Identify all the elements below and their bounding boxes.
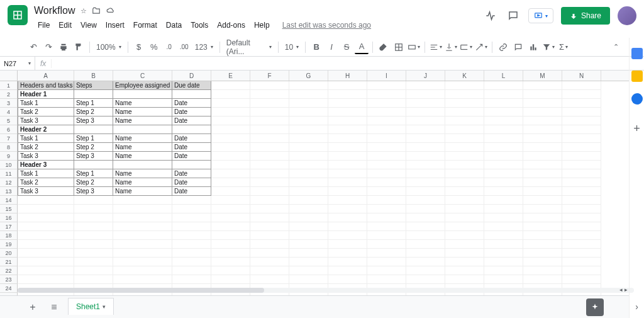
cell-B7[interactable]: Step 1: [74, 134, 113, 143]
cell-N20[interactable]: [562, 249, 601, 258]
cell-F9[interactable]: [250, 152, 289, 161]
cell-K18[interactable]: [445, 231, 484, 240]
cell-D16[interactable]: [172, 213, 211, 222]
cell-L19[interactable]: [484, 240, 523, 249]
cell-E3[interactable]: [211, 99, 250, 108]
sheets-logo[interactable]: [8, 5, 28, 25]
cell-I16[interactable]: [367, 213, 406, 222]
strike-button[interactable]: S: [340, 40, 353, 54]
row-headers[interactable]: 1234567891011121314151617181920212223242…: [0, 81, 18, 295]
cell-I18[interactable]: [367, 231, 406, 240]
cell-D6[interactable]: [172, 125, 211, 134]
cell-E21[interactable]: [211, 258, 250, 266]
cell-J17[interactable]: [406, 222, 445, 231]
cell-C10[interactable]: [113, 161, 172, 169]
cell-C15[interactable]: [113, 205, 172, 213]
cell-M18[interactable]: [523, 231, 562, 240]
print-icon[interactable]: [57, 40, 70, 54]
cell-B20[interactable]: [74, 249, 113, 258]
cell-D20[interactable]: [172, 249, 211, 258]
cell-H1[interactable]: [328, 81, 367, 90]
cell-D17[interactable]: [172, 222, 211, 231]
cell-C6[interactable]: [113, 125, 172, 134]
cell-E4[interactable]: [211, 108, 250, 116]
cell-C11[interactable]: Name: [113, 169, 172, 178]
cell-N9[interactable]: [562, 152, 601, 161]
horizontal-scrollbar[interactable]: [18, 288, 634, 293]
cell-I10[interactable]: [367, 161, 406, 169]
menu-edit[interactable]: Edit: [55, 19, 75, 31]
font-dropdown[interactable]: Default (Ari...: [224, 38, 274, 56]
cell-C1[interactable]: Employee assigned: [113, 81, 172, 90]
cell-N2[interactable]: [562, 90, 601, 99]
cell-A12[interactable]: Task 2: [18, 178, 74, 187]
cell-H16[interactable]: [328, 213, 367, 222]
cell-N8[interactable]: [562, 143, 601, 152]
cell-L3[interactable]: [484, 99, 523, 108]
cell-E6[interactable]: [211, 125, 250, 134]
row-header-12[interactable]: 12: [0, 178, 18, 187]
cell-H8[interactable]: [328, 143, 367, 152]
formula-input[interactable]: [52, 57, 644, 70]
cloud-icon[interactable]: [106, 6, 116, 15]
col-header-I[interactable]: I: [367, 71, 406, 81]
cell-H13[interactable]: [328, 187, 367, 196]
currency-button[interactable]: $: [132, 40, 146, 54]
cell-G22[interactable]: [289, 266, 328, 275]
spreadsheet-grid[interactable]: ABCDEFGHIJKLMN 1234567891011121314151617…: [0, 71, 629, 295]
cell-G11[interactable]: [289, 169, 328, 178]
cell-N15[interactable]: [562, 205, 601, 213]
cell-H15[interactable]: [328, 205, 367, 213]
cell-I23[interactable]: [367, 275, 406, 284]
cell-G3[interactable]: [289, 99, 328, 108]
cell-F15[interactable]: [250, 205, 289, 213]
cell-J19[interactable]: [406, 240, 445, 249]
cell-I15[interactable]: [367, 205, 406, 213]
cell-H22[interactable]: [328, 266, 367, 275]
cell-M19[interactable]: [523, 240, 562, 249]
cell-H10[interactable]: [328, 161, 367, 169]
row-header-24[interactable]: 24: [0, 284, 18, 293]
cell-J14[interactable]: [406, 196, 445, 205]
cell-J9[interactable]: [406, 152, 445, 161]
cell-K20[interactable]: [445, 249, 484, 258]
cell-C7[interactable]: Name: [113, 134, 172, 143]
row-header-8[interactable]: 8: [0, 143, 18, 152]
cell-C5[interactable]: Name: [113, 116, 172, 125]
cell-J8[interactable]: [406, 143, 445, 152]
col-header-K[interactable]: K: [445, 71, 484, 81]
cell-L13[interactable]: [484, 187, 523, 196]
cell-L18[interactable]: [484, 231, 523, 240]
cell-H2[interactable]: [328, 90, 367, 99]
cell-I20[interactable]: [367, 249, 406, 258]
cell-I6[interactable]: [367, 125, 406, 134]
text-color-button[interactable]: A: [355, 40, 369, 54]
cell-L12[interactable]: [484, 178, 523, 187]
cell-K16[interactable]: [445, 213, 484, 222]
cell-L5[interactable]: [484, 116, 523, 125]
cell-F20[interactable]: [250, 249, 289, 258]
cell-M13[interactable]: [523, 187, 562, 196]
cell-F19[interactable]: [250, 240, 289, 249]
menu-insert[interactable]: Insert: [102, 19, 128, 31]
cell-F11[interactable]: [250, 169, 289, 178]
cell-B2[interactable]: [74, 90, 113, 99]
cell-J13[interactable]: [406, 187, 445, 196]
cell-J12[interactable]: [406, 178, 445, 187]
cell-A19[interactable]: [18, 240, 74, 249]
cell-L7[interactable]: [484, 134, 523, 143]
italic-button[interactable]: I: [325, 40, 338, 54]
cell-J15[interactable]: [406, 205, 445, 213]
present-button[interactable]: ▾: [528, 8, 553, 23]
cell-B22[interactable]: [74, 266, 113, 275]
cell-F4[interactable]: [250, 108, 289, 116]
col-header-A[interactable]: A: [18, 71, 74, 81]
cell-A21[interactable]: [18, 258, 74, 266]
cell-F8[interactable]: [250, 143, 289, 152]
cell-D9[interactable]: Date: [172, 152, 211, 161]
explore-button[interactable]: [586, 298, 604, 316]
number-format-dropdown[interactable]: 123: [192, 43, 216, 52]
column-headers[interactable]: ABCDEFGHIJKLMN: [18, 71, 629, 81]
col-header-M[interactable]: M: [523, 71, 562, 81]
row-header-17[interactable]: 17: [0, 222, 18, 231]
